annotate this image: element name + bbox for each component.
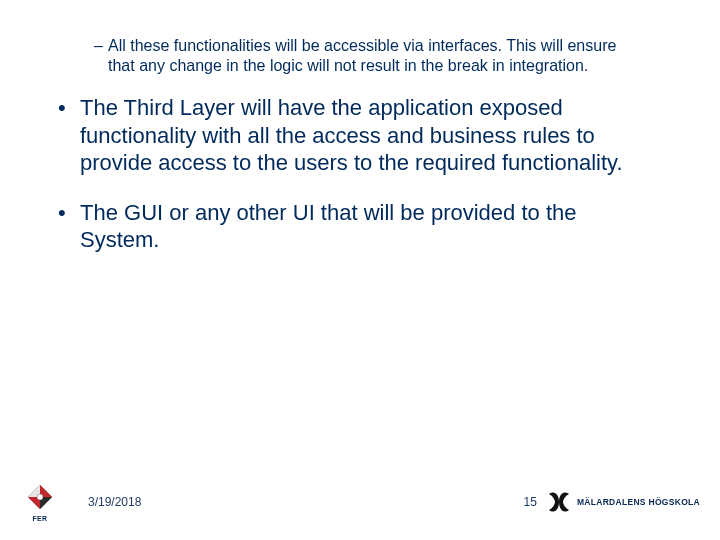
mdh-logo: MÄLARDALENS HÖGSKOLA bbox=[545, 490, 700, 514]
sub-bullet-text: All these functionalities will be access… bbox=[108, 36, 638, 76]
mdh-logo-icon bbox=[545, 490, 573, 514]
footer-date: 3/19/2018 bbox=[88, 495, 141, 509]
footer-right: 15 MÄLARDALENS HÖGSKOLA bbox=[524, 490, 700, 514]
main-bullet-text-1: The Third Layer will have the applicatio… bbox=[80, 94, 640, 177]
fer-logo-icon bbox=[27, 484, 53, 510]
footer-left: FER 3/19/2018 bbox=[20, 484, 141, 520]
fer-logo: FER bbox=[20, 484, 60, 520]
page-number: 15 bbox=[524, 495, 537, 509]
mdh-logo-label: MÄLARDALENS HÖGSKOLA bbox=[577, 497, 700, 507]
fer-logo-label: FER bbox=[20, 515, 60, 522]
main-bullet-item-1: • The Third Layer will have the applicat… bbox=[58, 94, 668, 177]
slide-footer: FER 3/19/2018 15 MÄLARDALENS HÖGSKOLA bbox=[0, 482, 720, 522]
bullet-marker: • bbox=[58, 199, 80, 254]
slide: – All these functionalities will be acce… bbox=[0, 0, 720, 540]
main-bullet-item-2: • The GUI or any other UI that will be p… bbox=[58, 199, 668, 254]
svg-point-5 bbox=[37, 494, 43, 500]
slide-content: – All these functionalities will be acce… bbox=[0, 0, 720, 254]
bullet-marker: • bbox=[58, 94, 80, 177]
sub-bullet-item: – All these functionalities will be acce… bbox=[94, 36, 668, 76]
sub-bullet-marker: – bbox=[94, 36, 108, 76]
main-bullet-text-2: The GUI or any other UI that will be pro… bbox=[80, 199, 640, 254]
